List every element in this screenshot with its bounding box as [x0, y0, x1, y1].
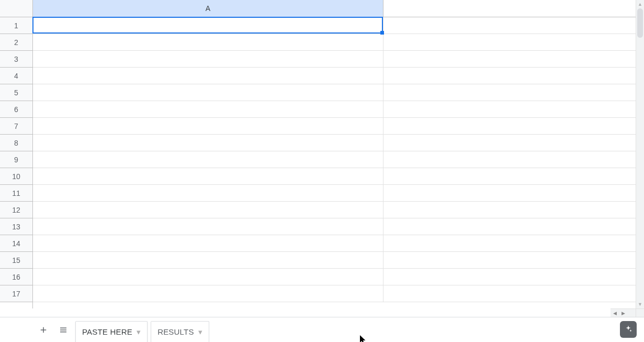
row-header[interactable]: 17 — [0, 285, 32, 302]
row-header[interactable]: 10 — [0, 168, 32, 185]
row-header[interactable]: 11 — [0, 185, 32, 202]
row-header[interactable]: 9 — [0, 151, 32, 168]
cell[interactable] — [33, 185, 383, 201]
row-header[interactable]: 5 — [0, 84, 32, 101]
column-header[interactable]: A — [33, 0, 383, 17]
scroll-left-arrow-icon[interactable]: ◀ — [611, 309, 619, 317]
row-header[interactable]: 3 — [0, 51, 32, 68]
sheet-tab-label: PASTE HERE — [82, 327, 132, 336]
row — [33, 285, 636, 302]
vertical-scroll-track[interactable] — [636, 8, 644, 300]
row-header[interactable]: 12 — [0, 202, 32, 218]
row-header[interactable]: 1 — [0, 17, 32, 34]
scroll-up-arrow-icon[interactable]: ▲ — [636, 0, 644, 8]
row-header[interactable]: 13 — [0, 218, 32, 235]
row — [33, 84, 636, 101]
row-header[interactable]: 16 — [0, 269, 32, 285]
scroll-right-arrow-icon[interactable]: ▶ — [619, 309, 627, 317]
cell[interactable] — [33, 118, 383, 134]
cell[interactable] — [33, 51, 383, 67]
cell[interactable] — [33, 285, 383, 302]
row — [33, 68, 636, 84]
cell[interactable] — [33, 218, 383, 235]
sparkle-icon — [624, 325, 633, 334]
row — [33, 151, 636, 168]
sheet-tabs: PASTE HERE▾RESULTS▾ — [75, 317, 212, 342]
cells-area[interactable] — [33, 17, 636, 308]
column-headers: A — [33, 0, 636, 17]
cell[interactable] — [33, 135, 383, 151]
row-header[interactable]: 2 — [0, 34, 32, 51]
scroll-down-arrow-icon[interactable]: ▼ — [636, 300, 644, 308]
horizontal-scrollbar[interactable]: ◀▶ — [611, 308, 636, 317]
all-sheets-button[interactable] — [55, 322, 71, 338]
row-header[interactable]: 15 — [0, 252, 32, 269]
row — [33, 185, 636, 202]
cell[interactable] — [33, 235, 383, 251]
cell[interactable] — [33, 168, 383, 184]
cell[interactable] — [33, 17, 383, 34]
plus-icon — [39, 325, 48, 335]
sheet-tab[interactable]: RESULTS▾ — [151, 321, 209, 342]
sheet-tab-label: RESULTS — [157, 327, 194, 336]
row-header[interactable]: 14 — [0, 235, 32, 252]
row — [33, 269, 636, 285]
row-headers: 1234567891011121314151617 — [0, 17, 33, 308]
spreadsheet-grid: A 1234567891011121314151617 ▲ ▼ ◀▶ — [0, 0, 644, 317]
row-header[interactable]: 4 — [0, 68, 32, 84]
row-header[interactable]: 6 — [0, 101, 32, 118]
cell[interactable] — [33, 34, 383, 50]
cell[interactable] — [33, 84, 383, 101]
add-sheet-button[interactable] — [36, 322, 51, 338]
menu-icon — [59, 325, 68, 335]
cell[interactable] — [33, 269, 383, 285]
row-header[interactable]: 7 — [0, 118, 32, 135]
row — [33, 135, 636, 151]
row — [33, 218, 636, 235]
cell[interactable] — [33, 101, 383, 117]
chevron-down-icon[interactable]: ▾ — [137, 327, 141, 337]
row — [33, 34, 636, 51]
row — [33, 51, 636, 68]
scrollbar-corner — [636, 308, 644, 317]
row-header[interactable]: 8 — [0, 135, 32, 151]
cell[interactable] — [33, 252, 383, 268]
select-all-corner[interactable] — [0, 0, 33, 17]
row — [33, 17, 636, 34]
row — [33, 118, 636, 135]
row — [33, 252, 636, 269]
cell[interactable] — [33, 202, 383, 218]
chevron-down-icon[interactable]: ▾ — [198, 327, 202, 337]
sheet-tab-bar: PASTE HERE▾RESULTS▾ — [0, 317, 644, 342]
row — [33, 202, 636, 218]
row — [33, 235, 636, 252]
cell[interactable] — [33, 151, 383, 168]
explore-button[interactable] — [620, 321, 637, 338]
cell[interactable] — [33, 68, 383, 84]
row — [33, 168, 636, 185]
row — [33, 101, 636, 118]
vertical-scroll-thumb[interactable] — [637, 8, 643, 38]
vertical-scrollbar[interactable]: ▲ ▼ — [636, 0, 644, 308]
sheet-tab[interactable]: PASTE HERE▾ — [75, 321, 148, 342]
